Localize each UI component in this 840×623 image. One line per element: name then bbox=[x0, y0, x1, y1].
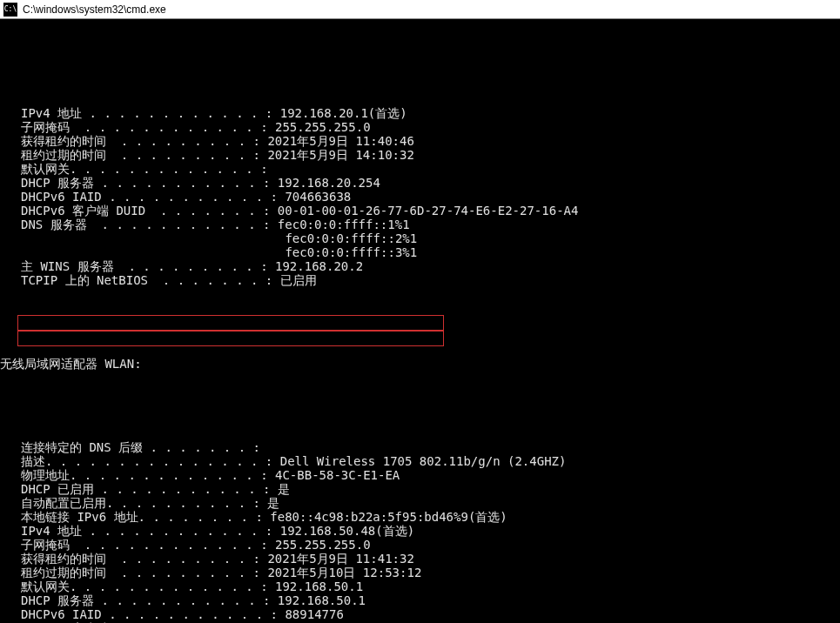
field-label: IPv4 地址 . . . . . . . . . . . . : bbox=[21, 106, 272, 120]
output-row: DHCP 服务器 . . . . . . . . . . . : 192.168… bbox=[0, 176, 840, 190]
output-row: 主 WINS 服务器 . . . . . . . . . : 192.168.2… bbox=[0, 259, 840, 273]
field-value: 00-01-00-01-26-77-6D-27-74-E6-E2-27-16-A… bbox=[270, 204, 578, 218]
field-label: 租约过期的时间 . . . . . . . . . : bbox=[21, 148, 260, 162]
output-row: 描述. . . . . . . . . . . . . . . : Dell W… bbox=[0, 454, 840, 468]
output-row: DHCP 服务器 . . . . . . . . . . . : 192.168… bbox=[0, 593, 840, 607]
field-value: 192.168.50.1 bbox=[268, 579, 364, 593]
field-label: DHCP 服务器 . . . . . . . . . . . : bbox=[21, 593, 270, 607]
field-label: 自动配置已启用. . . . . . . . . . : bbox=[21, 496, 260, 510]
field-label: DHCPv6 IAID . . . . . . . . . . . : bbox=[21, 190, 278, 204]
output-row: IPv4 地址 . . . . . . . . . . . . : 192.16… bbox=[0, 524, 840, 538]
field-value: 88914776 bbox=[278, 607, 344, 621]
field-value: 192.168.50.1 bbox=[270, 593, 366, 607]
window-title: C:\windows\system32\cmd.exe bbox=[23, 3, 166, 16]
field-label bbox=[21, 245, 278, 259]
field-value: 192.168.50.48(首选) bbox=[272, 524, 414, 538]
field-label: DHCPv6 客户端 DUID . . . . . . . : bbox=[21, 204, 270, 218]
field-label: 描述. . . . . . . . . . . . . . . : bbox=[21, 454, 272, 468]
output-row: 租约过期的时间 . . . . . . . . . : 2021年5月9日 14… bbox=[0, 148, 840, 162]
field-label: 连接特定的 DNS 后缀 . . . . . . . : bbox=[21, 440, 260, 454]
output-row: DHCPv6 IAID . . . . . . . . . . . : 8891… bbox=[0, 607, 840, 621]
field-label bbox=[21, 231, 278, 245]
output-row: 子网掩码 . . . . . . . . . . . . : 255.255.2… bbox=[0, 120, 840, 134]
output-row: 租约过期的时间 . . . . . . . . . : 2021年5月10日 1… bbox=[0, 566, 840, 579]
field-value: fec0:0:0:ffff::1%1 bbox=[270, 218, 409, 231]
output-row: TCPIP 上的 NetBIOS . . . . . . . : 已启用 bbox=[0, 273, 840, 287]
output-row: 连接特定的 DNS 后缀 . . . . . . . : bbox=[0, 440, 840, 454]
field-label: 租约过期的时间 . . . . . . . . . : bbox=[21, 566, 260, 579]
field-label: 本地链接 IPv6 地址. . . . . . . . : bbox=[21, 510, 263, 524]
field-label: DNS 服务器 . . . . . . . . . . . : bbox=[21, 218, 270, 231]
output-row: fec0:0:0:ffff::2%1 bbox=[0, 231, 840, 245]
field-label: 物理地址. . . . . . . . . . . . . : bbox=[21, 468, 268, 482]
output-row: 获得租约的时间 . . . . . . . . . : 2021年5月9日 11… bbox=[0, 134, 840, 148]
output-row: IPv4 地址 . . . . . . . . . . . . : 192.16… bbox=[0, 106, 840, 120]
field-label: 主 WINS 服务器 . . . . . . . . . : bbox=[21, 259, 268, 273]
field-value: 2021年5月10日 12:53:12 bbox=[260, 566, 421, 579]
field-value: 255.255.255.0 bbox=[268, 538, 371, 552]
field-label: 获得租约的时间 . . . . . . . . . : bbox=[21, 134, 260, 148]
field-value: 704663638 bbox=[278, 190, 351, 204]
output-row: 默认网关. . . . . . . . . . . . . : 192.168.… bbox=[0, 579, 840, 593]
field-label: IPv4 地址 . . . . . . . . . . . . : bbox=[21, 524, 272, 538]
field-label: 默认网关. . . . . . . . . . . . . : bbox=[21, 579, 268, 593]
output-row: 本地链接 IPv6 地址. . . . . . . . : fe80::4c98… bbox=[0, 510, 840, 524]
field-value: Dell Wireless 1705 802.11b/g/n (2.4GHZ) bbox=[272, 454, 566, 468]
field-value: 192.168.20.1(首选) bbox=[272, 106, 407, 120]
field-value: 192.168.20.254 bbox=[270, 176, 380, 190]
output-row: DHCPv6 客户端 DUID . . . . . . . : 00-01-00… bbox=[0, 204, 840, 218]
highlight-box-ipv4 bbox=[17, 331, 444, 346]
field-value: 2021年5月9日 11:40:46 bbox=[260, 134, 414, 148]
field-value: 192.168.20.2 bbox=[268, 259, 364, 273]
output-row: DHCP 已启用 . . . . . . . . . . . : 是 bbox=[0, 482, 840, 496]
field-value: 已启用 bbox=[272, 273, 316, 287]
highlight-box-ipv6 bbox=[17, 315, 444, 331]
field-value: 2021年5月9日 11:41:32 bbox=[260, 552, 414, 566]
field-value: fec0:0:0:ffff::2%1 bbox=[278, 231, 417, 245]
field-value: 255.255.255.0 bbox=[268, 120, 371, 134]
field-value: 2021年5月9日 14:10:32 bbox=[260, 148, 414, 162]
output-row: 默认网关. . . . . . . . . . . . . : bbox=[0, 162, 840, 176]
field-value: 是 bbox=[270, 482, 289, 496]
cmd-icon: C:\ bbox=[3, 3, 17, 17]
output-row: 物理地址. . . . . . . . . . . . . : 4C-BB-58… bbox=[0, 468, 840, 482]
output-row: 子网掩码 . . . . . . . . . . . . : 255.255.2… bbox=[0, 538, 840, 552]
output-row: 获得租约的时间 . . . . . . . . . : 2021年5月9日 11… bbox=[0, 552, 840, 566]
field-value: 是 bbox=[260, 496, 279, 510]
field-value: fe80::4c98:b22a:5f95:bd46%9(首选) bbox=[263, 510, 507, 524]
field-label: DHCP 已启用 . . . . . . . . . . . : bbox=[21, 482, 270, 496]
field-label: 默认网关. . . . . . . . . . . . . : bbox=[21, 162, 268, 176]
field-label: DHCP 服务器 . . . . . . . . . . . : bbox=[21, 176, 270, 190]
window-titlebar[interactable]: C:\ C:\windows\system32\cmd.exe bbox=[0, 0, 840, 19]
field-label: 子网掩码 . . . . . . . . . . . . : bbox=[21, 120, 268, 134]
field-label: TCPIP 上的 NetBIOS . . . . . . . : bbox=[21, 273, 272, 287]
output-row: DNS 服务器 . . . . . . . . . . . : fec0:0:0… bbox=[0, 218, 840, 231]
output-row: DHCPv6 IAID . . . . . . . . . . . : 7046… bbox=[0, 190, 840, 204]
output-row: 自动配置已启用. . . . . . . . . . : 是 bbox=[0, 496, 840, 510]
field-label: 获得租约的时间 . . . . . . . . . : bbox=[21, 552, 260, 566]
field-label: 子网掩码 . . . . . . . . . . . . : bbox=[21, 538, 268, 552]
terminal-output: IPv4 地址 . . . . . . . . . . . . : 192.16… bbox=[0, 19, 840, 623]
field-value: fec0:0:0:ffff::3%1 bbox=[278, 245, 417, 259]
section-header-wlan: 无线局域网适配器 WLAN: bbox=[0, 357, 142, 371]
output-row: fec0:0:0:ffff::3%1 bbox=[0, 245, 840, 259]
field-label: DHCPv6 IAID . . . . . . . . . . . : bbox=[21, 607, 278, 621]
field-value: 4C-BB-58-3C-E1-EA bbox=[268, 468, 400, 482]
